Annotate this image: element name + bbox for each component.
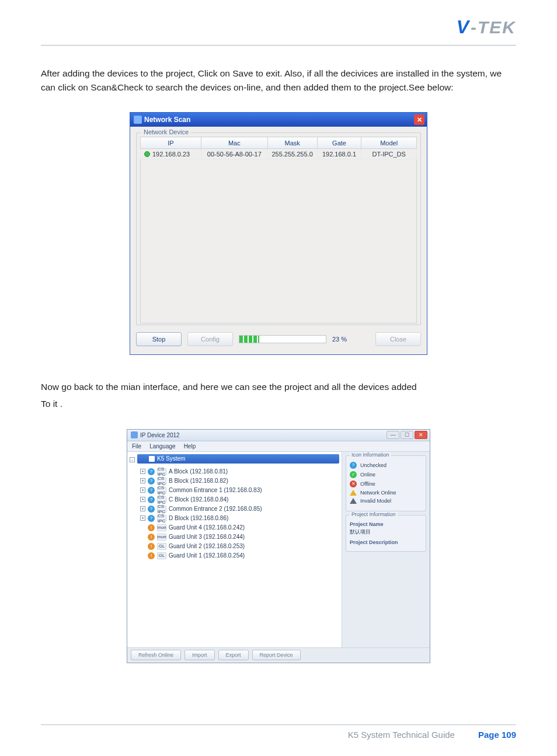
- tree-item[interactable]: !monGuard Unit 4 (192.168.0.242): [140, 523, 339, 532]
- device-type-icon: mon: [157, 534, 166, 541]
- status-icon: !: [148, 524, 155, 531]
- table-row[interactable]: 192.168.0.23 00-50-56-A8-00-17 255.255.2…: [141, 149, 417, 159]
- close-button[interactable]: Close: [375, 332, 421, 346]
- status-icon: !: [148, 543, 155, 550]
- col-gate[interactable]: Gate: [317, 137, 361, 149]
- config-button[interactable]: Config: [187, 332, 233, 346]
- status-icon: ?: [148, 496, 155, 503]
- tree-expander[interactable]: +: [140, 515, 145, 521]
- tree-item-label: D Block (192.168.0.86): [169, 515, 228, 521]
- tree-expander[interactable]: -: [130, 457, 135, 462]
- tree-expander[interactable]: +: [140, 497, 145, 502]
- cell-gate: 192.168.0.1: [317, 149, 361, 159]
- project-desc-label: Project Description: [350, 539, 422, 545]
- project-name-label: Project Name: [350, 521, 422, 527]
- device-type-icon: CS IPC: [157, 468, 166, 475]
- device-type-icon: CS IPC: [157, 515, 166, 522]
- status-icon: !: [148, 552, 155, 559]
- export-button[interactable]: Export: [218, 650, 249, 660]
- unchecked-icon: ?: [350, 462, 357, 469]
- import-button[interactable]: Import: [184, 650, 215, 660]
- stop-button[interactable]: Stop: [136, 332, 182, 346]
- report-device-button[interactable]: Report Device: [252, 650, 301, 660]
- tree-expander[interactable]: +: [140, 478, 145, 483]
- menu-language[interactable]: Language: [149, 443, 176, 450]
- icon-info-legend: Icon Information: [350, 452, 391, 458]
- network-device-fieldset: Network Device IP Mac Mask Gate Model 19…: [136, 133, 421, 325]
- status-icon: !: [148, 534, 155, 541]
- tree-item[interactable]: +?CS IPCCommon Entrance 1 (192.168.0.83): [140, 486, 339, 495]
- icon-info-box: Icon Information ?Unchecked ✓Online ✕Off…: [346, 455, 426, 511]
- col-mac[interactable]: Mac: [201, 137, 268, 149]
- progress-label: 23 %: [332, 336, 347, 343]
- tree-root[interactable]: K5 System: [137, 454, 339, 464]
- footer-guide-title: K5 System Technical Guide: [348, 730, 455, 740]
- status-icon: ?: [148, 487, 155, 494]
- network-scan-dialog: Network Scan ✕ Network Device IP Mac Mas…: [130, 112, 427, 355]
- tree-item-label: Guard Unit 2 (192.168.0.253): [169, 543, 245, 549]
- tree-item-label: Guard Unit 4 (192.168.0.242): [169, 524, 245, 531]
- device-type-icon: GL: [157, 543, 166, 550]
- tree-item[interactable]: !monGuard Unit 3 (192.168.0.244): [140, 532, 339, 542]
- dialog-titlebar[interactable]: Network Scan ✕: [130, 113, 427, 127]
- tree-item[interactable]: +?CS IPCB Block (192.168.0.82): [140, 476, 339, 486]
- bottom-toolbar: Refresh Online Import Export Report Devi…: [127, 647, 430, 663]
- scan-progress-bar: [239, 335, 326, 343]
- menu-help[interactable]: Help: [184, 443, 196, 450]
- device-tree-panel: - K5 System +?CS IPCA Block (192.168.0.8…: [127, 452, 342, 647]
- ip-device-window: IP Device 2012 — ☐ ✕ File Language Help …: [127, 429, 430, 663]
- network-online-icon: [350, 490, 357, 496]
- minimize-icon[interactable]: —: [387, 431, 399, 439]
- logo-v: V: [457, 16, 469, 37]
- app-icon: [134, 116, 142, 124]
- cell-ip: 192.168.0.23: [152, 151, 190, 158]
- close-icon[interactable]: ✕: [415, 431, 427, 439]
- status-icon: ?: [148, 478, 155, 485]
- close-icon[interactable]: ✕: [414, 114, 424, 125]
- side-panel: Icon Information ?Unchecked ✓Online ✕Off…: [342, 452, 430, 647]
- col-mask[interactable]: Mask: [267, 137, 317, 149]
- tree-expander[interactable]: +: [140, 469, 145, 474]
- tree-expander[interactable]: +: [140, 487, 145, 493]
- app-icon: [131, 431, 138, 438]
- device-type-icon: CS IPC: [157, 487, 166, 494]
- tree-expander[interactable]: +: [140, 506, 145, 511]
- cell-mac: 00-50-56-A8-00-17: [201, 149, 268, 159]
- tree-item-label: Guard Unit 1 (192.168.0.254): [169, 552, 245, 559]
- fieldset-legend: Network Device: [141, 128, 191, 135]
- menu-bar: File Language Help: [127, 441, 430, 452]
- dialog-title: Network Scan: [144, 116, 190, 124]
- col-model[interactable]: Model: [361, 137, 417, 149]
- window-titlebar[interactable]: IP Device 2012 — ☐ ✕: [127, 430, 430, 441]
- device-type-icon: CS IPC: [157, 506, 166, 513]
- tree-item[interactable]: +?CS IPCCommon Entrance 2 (192.168.0.85): [140, 504, 339, 514]
- tree-item[interactable]: +?CS IPCC Block (192.168.0.84): [140, 495, 339, 504]
- menu-file[interactable]: File: [132, 443, 141, 450]
- status-icon: ?: [148, 468, 155, 475]
- paragraph-1: After adding the devices to the project,…: [41, 67, 516, 95]
- footer-page-number: Page 109: [478, 730, 516, 740]
- device-type-icon: mon: [157, 524, 166, 531]
- divider-bottom: [41, 724, 516, 725]
- tree-item[interactable]: !GLGuard Unit 2 (192.168.0.253): [140, 542, 339, 551]
- tree-item-label: Common Entrance 2 (192.168.0.85): [169, 506, 262, 512]
- device-table: IP Mac Mask Gate Model 192.168.0.23 00-5…: [140, 137, 417, 323]
- cell-mask: 255.255.255.0: [267, 149, 317, 159]
- tree-item[interactable]: !GLGuard Unit 1 (192.168.0.254): [140, 551, 339, 560]
- tree-item[interactable]: +?CS IPCA Block (192.168.0.81): [140, 467, 339, 476]
- project-info-box: Project Information Project Name 默认项目 Pr…: [346, 515, 426, 552]
- logo-rest: -TEK: [471, 18, 516, 37]
- device-type-icon: CS IPC: [157, 478, 166, 485]
- maximize-icon[interactable]: ☐: [401, 431, 413, 439]
- tree-item-label: Common Entrance 1 (192.168.0.83): [169, 487, 262, 493]
- divider-top: [41, 45, 516, 46]
- cell-model: DT-IPC_DS: [361, 149, 417, 159]
- status-dot-icon: [144, 151, 150, 157]
- tree-item[interactable]: +?CS IPCD Block (192.168.0.86): [140, 514, 339, 523]
- tree-item-label: C Block (192.168.0.84): [169, 496, 228, 503]
- status-icon: ?: [148, 515, 155, 522]
- col-ip[interactable]: IP: [141, 137, 201, 149]
- project-info-legend: Project Information: [350, 511, 398, 517]
- refresh-online-button[interactable]: Refresh Online: [131, 650, 181, 660]
- device-type-icon: CS IPC: [157, 496, 166, 503]
